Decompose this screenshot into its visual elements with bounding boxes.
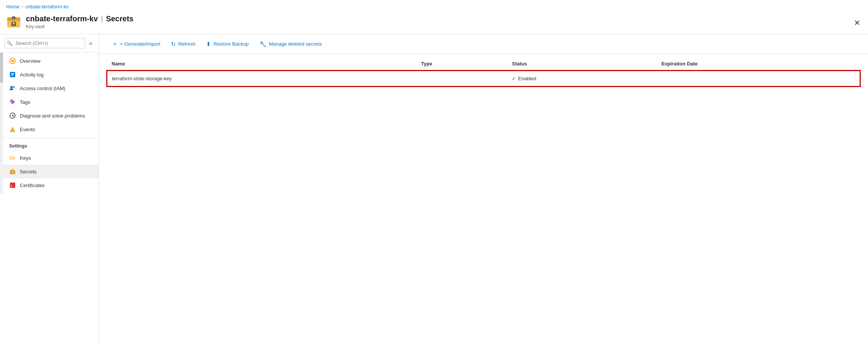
breadcrumb-home[interactable]: Home — [6, 4, 19, 10]
svg-point-14 — [11, 101, 13, 102]
restore-icon: ⬆ — [206, 41, 211, 48]
refresh-button[interactable]: ↻ Refresh — [166, 38, 201, 50]
iam-icon — [9, 85, 16, 92]
status-enabled-badge: ✓ Enabled — [512, 76, 652, 81]
sidebar-item-activity-log[interactable]: Activity log — [3, 68, 99, 81]
sidebar-item-iam[interactable]: Access control (IAM) — [3, 81, 99, 95]
secret-type — [417, 71, 508, 86]
sidebar: « Overview Activity — [0, 34, 99, 344]
refresh-icon: ↻ — [171, 41, 176, 48]
secret-expiration — [657, 71, 860, 86]
sidebar-item-label-tags: Tags — [20, 99, 30, 105]
secret-name: terraform-stste-storage-key — [107, 71, 417, 86]
search-wrapper — [5, 38, 85, 48]
sidebar-item-events[interactable]: Events — [3, 122, 99, 136]
activity-log-icon — [9, 71, 16, 78]
svg-rect-4 — [13, 24, 14, 25]
diagnose-icon — [9, 112, 16, 119]
keys-icon — [9, 154, 16, 161]
refresh-label: Refresh — [178, 41, 196, 47]
resource-icon — [6, 14, 21, 29]
sidebar-item-certificates[interactable]: § Certificates — [3, 178, 99, 192]
restore-backup-button[interactable]: ⬆ Restore Backup — [201, 38, 254, 50]
generate-import-icon: ＋ — [112, 40, 118, 48]
page-title: cnbate-terraform-kv | Secrets — [26, 14, 133, 23]
sidebar-item-keys[interactable]: Keys — [3, 151, 99, 165]
sidebar-item-diagnose[interactable]: Diagnose and solve problems — [3, 109, 99, 122]
header-text: cnbate-terraform-kv | Secrets Key vault — [26, 14, 133, 29]
svg-point-23 — [12, 172, 13, 173]
page-header: cnbate-terraform-kv | Secrets Key vault … — [0, 12, 868, 34]
toolbar: ＋ + Generate/Import ↻ Refresh ⬆ Restore … — [99, 34, 868, 54]
scrollbar-area: Overview Activity log Access control (IA… — [0, 52, 99, 194]
key-vault-icon — [6, 14, 21, 29]
breadcrumb-separator: › — [22, 4, 23, 10]
manage-deleted-icon: 🔧 — [259, 41, 267, 48]
svg-point-17 — [10, 156, 13, 159]
events-icon — [9, 126, 16, 133]
sidebar-item-label-diagnose: Diagnose and solve problems — [20, 113, 85, 119]
table-header-row: Name Type Status Expiration Date — [107, 57, 860, 71]
svg-point-7 — [11, 60, 14, 62]
sidebar-item-label-iam: Access control (IAM) — [20, 86, 66, 91]
sidebar-item-overview[interactable]: Overview — [3, 54, 99, 68]
col-type: Type — [417, 57, 508, 71]
sidebar-item-label-activity: Activity log — [20, 72, 43, 78]
overview-icon — [9, 57, 16, 64]
sidebar-item-label-keys: Keys — [20, 155, 31, 161]
svg-point-12 — [10, 86, 13, 88]
main-layout: « Overview Activity — [0, 34, 868, 344]
sidebar-item-label-secrets: Secrets — [20, 169, 37, 175]
resource-type: Key vault — [26, 24, 133, 29]
table-area: Name Type Status Expiration Date terrafo… — [99, 54, 868, 344]
col-name: Name — [107, 57, 417, 71]
col-expiration: Expiration Date — [657, 57, 860, 71]
sidebar-item-tags[interactable]: Tags — [3, 95, 99, 109]
restore-backup-label: Restore Backup — [213, 41, 249, 47]
tags-icon — [9, 99, 16, 105]
svg-marker-16 — [10, 127, 15, 132]
status-label: Enabled — [518, 76, 536, 81]
generate-import-button[interactable]: ＋ + Generate/Import — [107, 38, 166, 50]
generate-import-label: + Generate/Import — [120, 41, 160, 47]
table-row[interactable]: terraform-stste-storage-key ✓ Enabled — [107, 71, 860, 86]
search-input[interactable] — [5, 38, 85, 48]
breadcrumb: Home › cnbate-terraform-kv — [0, 0, 868, 12]
sidebar-nav: Overview Activity log Access control (IA… — [3, 52, 99, 194]
settings-section-title: Settings — [3, 138, 99, 151]
svg-rect-5 — [12, 17, 15, 19]
collapse-sidebar-button[interactable]: « — [88, 38, 94, 48]
manage-deleted-button[interactable]: 🔧 Manage deleted secrets — [254, 38, 327, 50]
secrets-table: Name Type Status Expiration Date terrafo… — [107, 57, 860, 87]
resource-name: cnbate-terraform-kv — [26, 14, 98, 23]
sidebar-search-area: « — [0, 34, 99, 52]
manage-deleted-label: Manage deleted secrets — [269, 41, 322, 47]
svg-text:§: § — [11, 184, 12, 188]
sidebar-item-label-certificates: Certificates — [20, 183, 45, 188]
sidebar-item-label-events: Events — [20, 127, 35, 132]
page-section-name: Secrets — [106, 14, 133, 23]
close-button[interactable]: ✕ — [854, 19, 860, 27]
breadcrumb-resource[interactable]: cnbate-terraform-kv — [26, 4, 69, 10]
certificates-icon: § — [9, 182, 16, 189]
secret-status: ✓ Enabled — [507, 71, 657, 86]
main-content: ＋ + Generate/Import ↻ Refresh ⬆ Restore … — [99, 34, 868, 344]
svg-point-13 — [13, 86, 15, 88]
check-icon: ✓ — [512, 76, 516, 81]
sidebar-item-secrets[interactable]: Secrets — [3, 165, 99, 178]
secrets-icon — [9, 168, 16, 175]
sidebar-item-label-overview: Overview — [20, 58, 40, 64]
col-status: Status — [507, 57, 657, 71]
